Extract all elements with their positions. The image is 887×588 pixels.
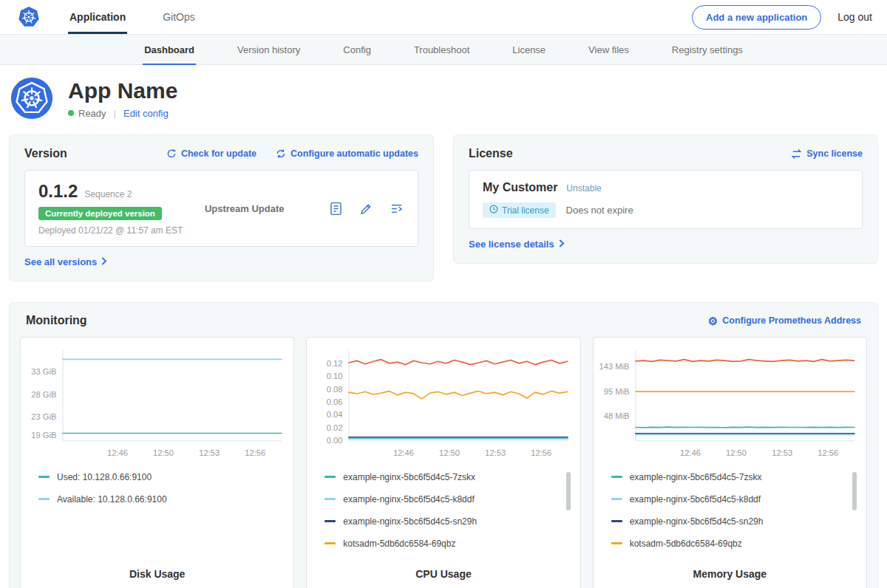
tab-troubleshoot[interactable]: Troubleshoot: [412, 35, 471, 64]
chevron-right-icon: [558, 239, 565, 250]
deploy-logs-icon[interactable]: [389, 201, 404, 216]
logout-button[interactable]: Log out: [837, 11, 872, 23]
legend-label: example-nginx-5bc6f5d4c5-sn29h: [630, 516, 764, 527]
tab-view-files[interactable]: View files: [587, 35, 631, 64]
see-license-details-label: See license details: [469, 239, 554, 250]
legend-swatch-icon: [611, 520, 622, 522]
legend-label: example-nginx-5bc6f5d4c5-sn29h: [343, 516, 477, 527]
app-logo-icon: [10, 77, 53, 120]
refresh-icon: [166, 148, 177, 159]
svg-text:12:50: 12:50: [726, 448, 747, 457]
svg-text:0.00: 0.00: [327, 436, 343, 445]
clock-icon: [489, 205, 498, 216]
chevron-right-icon: [101, 256, 107, 267]
svg-text:0.06: 0.06: [327, 397, 343, 406]
svg-text:12:50: 12:50: [439, 448, 460, 457]
disk-usage-chart-box: 33 GiB28 GiB23 GiB19 GiB12:4612:5012:531…: [20, 337, 294, 588]
deployed-version-badge: Currently deployed version: [38, 207, 162, 220]
legend-label: kotsadm-5db6dc6584-69qbz: [630, 539, 742, 549]
chart-legend: example-nginx-5bc6f5d4c5-7zskxexample-ng…: [599, 465, 860, 561]
tab-application[interactable]: Application: [68, 0, 127, 34]
kubernetes-logo-icon[interactable]: [18, 6, 40, 28]
svg-text:12:56: 12:56: [818, 448, 838, 457]
cpu-usage-chart-canvas[interactable]: 0.120.100.080.060.040.020.0012:4612:5012…: [313, 346, 574, 465]
release-notes-icon[interactable]: [328, 201, 344, 216]
version-sequence: Sequence 2: [84, 189, 132, 199]
deployed-timestamp: Deployed 01/21/22 @ 11:57 am EST: [38, 225, 183, 236]
tab-gitops[interactable]: GitOps: [161, 0, 197, 34]
legend-item: Used: 10.128.0.66:9100: [38, 472, 277, 482]
configure-prometheus-button[interactable]: ⚙ Configure Prometheus Address: [708, 315, 861, 327]
configure-automatic-updates-button[interactable]: Configure automatic updates: [276, 148, 418, 159]
svg-text:143 MiB: 143 MiB: [599, 362, 629, 371]
tab-config[interactable]: Config: [341, 35, 373, 64]
svg-text:0.10: 0.10: [327, 372, 343, 380]
legend-label: Used: 10.128.0.66:9100: [57, 472, 152, 482]
customer-name: My Customer: [483, 181, 557, 194]
svg-text:12:46: 12:46: [393, 448, 414, 457]
configure-automatic-updates-label: Configure automatic updates: [290, 148, 418, 159]
app-subnav: Dashboard Version history Config Trouble…: [0, 34, 887, 65]
chart-title: Memory Usage: [599, 561, 860, 588]
tab-license[interactable]: License: [511, 35, 547, 64]
legend-item: example-nginx-5bc6f5d4c5-k8ddf: [324, 494, 563, 505]
status-badge: Ready: [78, 108, 106, 119]
legend-label: example-nginx-5bc6f5d4c5-7zskx: [343, 472, 475, 482]
license-expiration: Does not expire: [566, 205, 633, 216]
see-all-versions-link[interactable]: See all versions: [24, 256, 418, 267]
version-card-title: Version: [24, 147, 67, 160]
chart-title: Disk Usage: [27, 561, 288, 588]
see-license-details-link[interactable]: See license details: [469, 239, 863, 250]
license-card: License Sync license My Customer Unstabl…: [453, 134, 878, 264]
svg-text:48 MiB: 48 MiB: [603, 411, 629, 420]
legend-label: kotsadm-5db6dc6584-69qbz: [343, 539, 455, 549]
legend-item: Available: 10.128.0.66:9100: [38, 494, 277, 505]
legend-scrollbar[interactable]: [566, 472, 571, 510]
legend-swatch-icon: [611, 542, 622, 544]
legend-item: kotsadm-5db6dc6584-69qbz: [611, 539, 850, 549]
svg-text:12:50: 12:50: [153, 448, 174, 457]
gear-icon: ⚙: [708, 315, 718, 327]
version-source-label: Upstream Update: [205, 203, 307, 214]
legend-swatch-icon: [611, 498, 622, 500]
sync-icon: [791, 148, 802, 160]
legend-swatch-icon: [38, 498, 50, 500]
add-new-application-button[interactable]: Add a new application: [692, 5, 821, 30]
legend-item: example-nginx-5bc6f5d4c5-sn29h: [324, 516, 563, 527]
tab-registry-settings[interactable]: Registry settings: [670, 35, 744, 64]
legend-swatch-icon: [324, 520, 336, 522]
svg-text:0.12: 0.12: [327, 359, 343, 368]
auto-update-icon: [276, 148, 286, 159]
svg-text:0.02: 0.02: [327, 423, 343, 432]
legend-item: example-nginx-5bc6f5d4c5-7zskx: [324, 472, 563, 482]
license-details-box: My Customer Unstable Trial license Doe: [469, 170, 863, 229]
legend-swatch-icon: [611, 476, 622, 478]
see-all-versions-label: See all versions: [24, 256, 97, 267]
legend-item: example-nginx-5bc6f5d4c5-k8ddf: [611, 494, 850, 505]
tab-version-history[interactable]: Version history: [236, 35, 302, 64]
memory-usage-chart-box: 143 MiB95 MiB48 MiB12:4612:5012:5312:56 …: [593, 337, 867, 588]
legend-swatch-icon: [324, 476, 336, 478]
legend-label: example-nginx-5bc6f5d4c5-k8ddf: [343, 494, 474, 505]
page-title: App Name: [68, 78, 177, 103]
sync-license-label: Sync license: [806, 148, 863, 159]
svg-text:33 GiB: 33 GiB: [31, 367, 56, 376]
edit-config-icon[interactable]: [358, 201, 374, 216]
disk-usage-chart-canvas[interactable]: 33 GiB28 GiB23 GiB19 GiB12:4612:5012:531…: [27, 346, 288, 465]
edit-config-link[interactable]: Edit config: [123, 108, 169, 119]
version-card: Version Check for update: [9, 134, 434, 281]
check-for-update-button[interactable]: Check for update: [166, 148, 256, 159]
sync-license-button[interactable]: Sync license: [791, 148, 863, 160]
chart-legend: Used: 10.128.0.66:9100Available: 10.128.…: [27, 465, 288, 516]
memory-usage-chart-canvas[interactable]: 143 MiB95 MiB48 MiB12:4612:5012:5312:56: [599, 346, 860, 465]
legend-swatch-icon: [38, 476, 50, 478]
svg-text:23 GiB: 23 GiB: [31, 412, 56, 421]
license-card-title: License: [469, 147, 513, 160]
version-number: 0.1.2: [38, 181, 78, 202]
svg-text:12:56: 12:56: [245, 448, 265, 457]
svg-text:12:53: 12:53: [772, 448, 792, 457]
svg-text:95 MiB: 95 MiB: [603, 387, 629, 396]
top-navbar: Application GitOps Add a new application…: [0, 0, 887, 34]
tab-dashboard[interactable]: Dashboard: [143, 35, 196, 64]
legend-scrollbar[interactable]: [852, 472, 857, 510]
